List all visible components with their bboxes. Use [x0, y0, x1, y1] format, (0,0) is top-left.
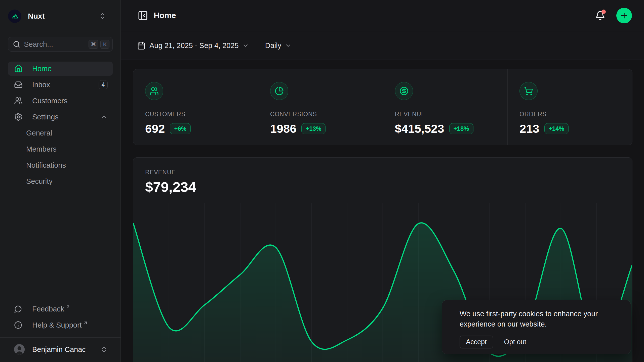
dollar-circle-icon: [395, 82, 413, 100]
stat-label: CUSTOMERS: [145, 111, 248, 118]
stat-value: 1986: [270, 122, 297, 135]
date-range-label: Aug 21, 2025 - Sep 4, 2025: [149, 41, 239, 50]
page-title: Home: [154, 11, 176, 20]
search-placeholder: Search...: [24, 40, 53, 49]
external-link-icon: [66, 304, 70, 309]
kbd-meta: ⌘: [89, 40, 98, 49]
search-icon: [13, 40, 20, 48]
info-circle-icon: [14, 321, 22, 329]
sub-item-label: Security: [26, 177, 53, 186]
users-icon: [14, 97, 23, 105]
stat-card-orders: ORDERS 213 +14%: [507, 69, 632, 145]
revenue-chart-value: $79,234: [145, 179, 620, 195]
sidebar-item-label: Settings: [32, 113, 59, 121]
sidebar-item-inbox[interactable]: Inbox 4: [8, 78, 113, 92]
collapse-sidebar-button[interactable]: [137, 10, 149, 21]
notification-dot: [601, 10, 606, 14]
stats-panel: CUSTOMERS 692 +6% CONVERSIONS: [133, 69, 632, 145]
user-name: Benjamin Canac: [32, 345, 86, 354]
stat-delta-badge: +6%: [170, 123, 191, 134]
filters-toolbar: Aug 21, 2025 - Sep 4, 2025 Daily: [121, 31, 644, 60]
stat-value: $415,523: [395, 122, 444, 135]
avatar: [14, 344, 25, 355]
settings-tree-line: [18, 127, 18, 188]
chevrons-up-down-icon: [100, 346, 108, 353]
stat-label: REVENUE: [395, 111, 498, 118]
optout-cookies-button[interactable]: Opt out: [504, 338, 527, 346]
sidebar-item-general[interactable]: General: [26, 126, 113, 140]
sidebar-item-customers[interactable]: Customers: [8, 94, 113, 108]
chevron-down-icon: [242, 42, 249, 49]
stat-delta-badge: +18%: [449, 123, 473, 134]
add-button[interactable]: [616, 8, 632, 23]
chevron-up-icon: [100, 113, 108, 121]
sidebar-item-feedback[interactable]: Feedback: [8, 302, 113, 316]
sub-item-label: Members: [26, 145, 57, 153]
sidebar-item-help-support[interactable]: Help & Support: [8, 318, 113, 332]
inbox-icon: [14, 80, 23, 89]
revenue-chart-label: REVENUE: [145, 169, 620, 176]
search-shortcut: ⌘ K: [89, 40, 109, 49]
gear-icon: [14, 113, 23, 121]
sub-item-label: General: [26, 129, 52, 137]
stat-card-customers: CUSTOMERS 692 +6%: [133, 69, 258, 145]
cookie-banner: We use first-party cookies to enhance yo…: [442, 300, 631, 354]
nuxt-logo-icon: [8, 10, 21, 23]
kbd-k: K: [100, 40, 109, 49]
stat-label: ORDERS: [519, 111, 622, 118]
users-icon: [145, 82, 163, 100]
stat-value: 692: [145, 122, 165, 135]
sidebar-item-label: Customers: [32, 97, 67, 105]
sidebar-divider: [0, 337, 121, 338]
workspace-name: Nuxt: [28, 12, 45, 20]
sidebar-item-home[interactable]: Home: [8, 62, 113, 76]
stat-card-revenue: REVENUE $415,523 +18%: [383, 69, 508, 145]
calendar-icon: [137, 41, 145, 50]
search-input[interactable]: Search... ⌘ K: [8, 37, 113, 52]
footer-link-label: Help & Support: [32, 321, 82, 329]
sidebar-item-security[interactable]: Security: [26, 174, 113, 188]
house-icon: [14, 64, 23, 73]
sidebar: Nuxt Search... ⌘ K Home: [0, 0, 121, 362]
sidebar-item-label: Inbox: [32, 81, 50, 89]
stat-delta-badge: +13%: [301, 123, 326, 134]
workspace-switcher[interactable]: Nuxt: [8, 9, 113, 23]
page-header: Home: [121, 0, 644, 31]
stat-delta-badge: +14%: [544, 123, 569, 134]
date-range-picker[interactable]: Aug 21, 2025 - Sep 4, 2025: [137, 41, 249, 50]
sidebar-item-members[interactable]: Members: [26, 142, 113, 156]
chevron-down-icon: [285, 42, 292, 49]
stat-card-conversions: CONVERSIONS 1986 +13%: [258, 69, 383, 145]
user-menu[interactable]: Benjamin Canac: [8, 342, 113, 356]
app-root: Nuxt Search... ⌘ K Home: [0, 0, 644, 362]
stat-value: 213: [519, 122, 539, 135]
sidebar-item-settings[interactable]: Settings: [8, 110, 113, 124]
sub-item-label: Notifications: [26, 161, 66, 169]
notifications-button[interactable]: [594, 10, 606, 22]
cart-icon: [519, 82, 538, 100]
chevrons-up-down-icon: [99, 12, 106, 20]
accept-cookies-button[interactable]: Accept: [460, 336, 493, 348]
message-bubble-icon: [14, 305, 22, 313]
sidebar-item-label: Home: [32, 65, 52, 73]
external-link-icon: [83, 321, 88, 325]
inbox-count-badge: 4: [99, 80, 108, 89]
sidebar-item-notifications[interactable]: Notifications: [26, 158, 113, 172]
stat-label: CONVERSIONS: [270, 111, 373, 118]
granularity-label: Daily: [265, 41, 281, 50]
pie-chart-icon: [270, 82, 288, 100]
granularity-select[interactable]: Daily: [265, 41, 292, 50]
footer-link-label: Feedback: [32, 305, 64, 313]
cookie-message: We use first-party cookies to enhance yo…: [460, 309, 613, 329]
